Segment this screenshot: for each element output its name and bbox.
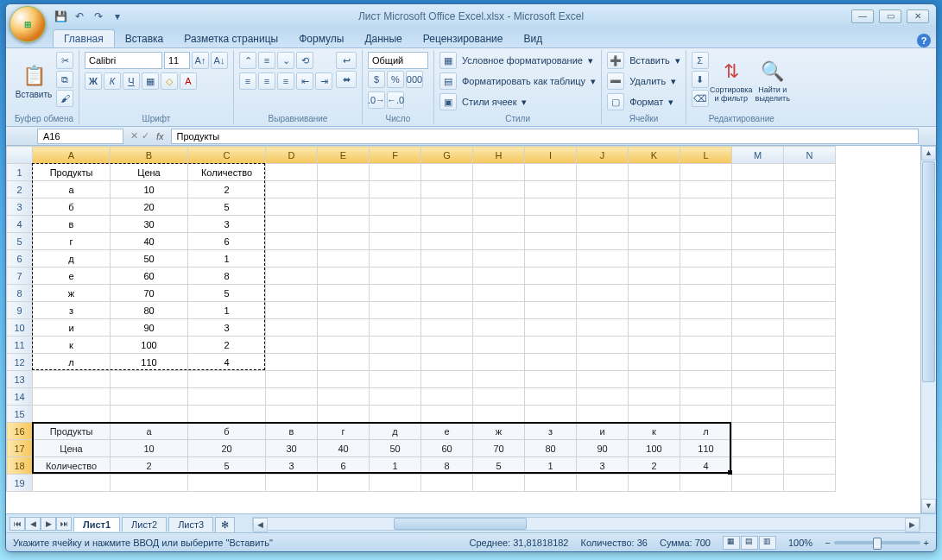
dec-decimal-button[interactable]: ←.0 [387, 91, 404, 109]
cell-C14[interactable] [188, 388, 266, 406]
name-box[interactable]: A16 [37, 129, 123, 144]
cell-A18[interactable]: Количество [33, 457, 111, 475]
cell-G11[interactable] [421, 337, 473, 354]
zoom-slider[interactable] [834, 541, 920, 544]
cell-J17[interactable]: 90 [577, 440, 629, 457]
cell-J13[interactable] [577, 371, 629, 388]
cell-I16[interactable]: з [525, 423, 577, 440]
cell-A13[interactable] [33, 371, 111, 388]
cell-B2[interactable]: 10 [111, 181, 188, 198]
col-header-N[interactable]: N [784, 147, 836, 164]
align-middle-button[interactable]: ≡ [258, 52, 275, 69]
cell-G7[interactable] [421, 267, 473, 285]
office-button[interactable]: ⊞ [9, 6, 46, 42]
formula-input[interactable]: Продукты [171, 129, 919, 144]
row-header-8[interactable]: 8 [7, 285, 33, 302]
align-center-button[interactable]: ≡ [258, 72, 275, 90]
cell-M18[interactable] [732, 457, 784, 475]
cell-A9[interactable]: з [33, 302, 111, 319]
scroll-left-button[interactable]: ◀ [253, 518, 268, 532]
copy-button[interactable]: ⧉ [56, 71, 73, 88]
cell-B3[interactable]: 20 [111, 198, 188, 216]
cell-F5[interactable] [370, 233, 421, 250]
cell-J5[interactable] [577, 233, 629, 250]
cell-C15[interactable] [188, 406, 266, 423]
cell-B16[interactable]: а [111, 423, 188, 440]
cell-K9[interactable] [629, 302, 680, 319]
cell-D14[interactable] [266, 388, 318, 406]
cell-E4[interactable] [318, 216, 370, 233]
row-header-7[interactable]: 7 [7, 267, 33, 285]
cell-K18[interactable]: 2 [629, 457, 680, 475]
cell-J12[interactable] [577, 354, 629, 371]
zoom-level[interactable]: 100% [788, 538, 812, 548]
cell-I19[interactable] [525, 475, 577, 492]
cell-A3[interactable]: б [33, 198, 111, 216]
cell-K17[interactable]: 100 [629, 440, 680, 457]
cell-G16[interactable]: е [421, 423, 473, 440]
cell-G9[interactable] [421, 302, 473, 319]
cell-M16[interactable] [732, 423, 784, 440]
cell-G12[interactable] [421, 354, 473, 371]
cell-N19[interactable] [784, 475, 836, 492]
cell-K1[interactable] [629, 164, 680, 181]
cell-N7[interactable] [784, 267, 836, 285]
cell-B18[interactable]: 2 [111, 457, 188, 475]
cell-B1[interactable]: Цена [111, 164, 188, 181]
cell-J14[interactable] [577, 388, 629, 406]
cell-M12[interactable] [732, 354, 784, 371]
cell-F16[interactable]: д [370, 423, 421, 440]
cell-B12[interactable]: 110 [111, 354, 188, 371]
cell-B13[interactable] [111, 371, 188, 388]
inc-decimal-button[interactable]: .0→ [368, 91, 385, 109]
tab-page-layout[interactable]: Разметка страницы [174, 30, 288, 47]
cell-E8[interactable] [318, 285, 370, 302]
zoom-in-button[interactable]: + [924, 538, 929, 548]
cell-N16[interactable] [784, 423, 836, 440]
currency-button[interactable]: $ [368, 71, 385, 88]
cell-I10[interactable] [525, 319, 577, 337]
cell-F19[interactable] [370, 475, 421, 492]
cell-A14[interactable] [33, 388, 111, 406]
cell-F2[interactable] [370, 181, 421, 198]
row-header-3[interactable]: 3 [7, 198, 33, 216]
cell-B19[interactable] [111, 475, 188, 492]
cell-I7[interactable] [525, 267, 577, 285]
cell-H3[interactable] [473, 198, 525, 216]
col-header-L[interactable]: L [680, 147, 732, 164]
cell-M15[interactable] [732, 406, 784, 423]
cell-D16[interactable]: в [266, 423, 318, 440]
cell-I17[interactable]: 80 [525, 440, 577, 457]
cell-G1[interactable] [421, 164, 473, 181]
cell-M19[interactable] [732, 475, 784, 492]
col-header-I[interactable]: I [525, 147, 577, 164]
cell-C4[interactable]: 3 [188, 216, 266, 233]
underline-button[interactable]: Ч [123, 72, 140, 90]
cell-H15[interactable] [473, 406, 525, 423]
cell-C19[interactable] [188, 475, 266, 492]
cell-M9[interactable] [732, 302, 784, 319]
cell-I12[interactable] [525, 354, 577, 371]
cell-N8[interactable] [784, 285, 836, 302]
cell-A8[interactable]: ж [33, 285, 111, 302]
cell-F8[interactable] [370, 285, 421, 302]
number-format-select[interactable]: Общий [368, 52, 428, 69]
col-header-C[interactable]: C [188, 147, 266, 164]
cell-G10[interactable] [421, 319, 473, 337]
cell-L19[interactable] [680, 475, 732, 492]
select-all-corner[interactable] [7, 147, 33, 164]
cell-I18[interactable]: 1 [525, 457, 577, 475]
cell-E12[interactable] [318, 354, 370, 371]
indent-dec-button[interactable]: ⇤ [296, 72, 313, 90]
cell-D10[interactable] [266, 319, 318, 337]
cell-H11[interactable] [473, 337, 525, 354]
col-header-G[interactable]: G [421, 147, 473, 164]
cell-J11[interactable] [577, 337, 629, 354]
row-header-5[interactable]: 5 [7, 233, 33, 250]
cell-A7[interactable]: е [33, 267, 111, 285]
cell-G14[interactable] [421, 388, 473, 406]
cell-F12[interactable] [370, 354, 421, 371]
col-header-E[interactable]: E [318, 147, 370, 164]
cell-I15[interactable] [525, 406, 577, 423]
cell-K19[interactable] [629, 475, 680, 492]
